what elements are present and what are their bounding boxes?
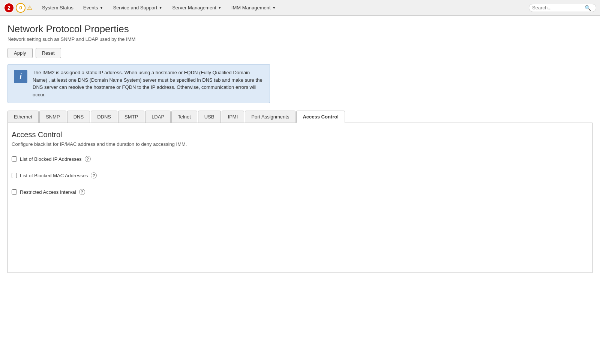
restricted-interval-checkbox[interactable] bbox=[12, 189, 17, 195]
tab-ipmi[interactable]: IPMI bbox=[222, 111, 244, 123]
restricted-interval-label: Restricted Access Interval bbox=[20, 189, 76, 195]
tab-snmp[interactable]: SNMP bbox=[39, 111, 66, 123]
info-icon: i bbox=[14, 70, 27, 83]
blocked-ip-checkbox[interactable] bbox=[12, 156, 17, 162]
tab-port-assignments[interactable]: Port Assignments bbox=[245, 111, 296, 123]
error-alert-icon[interactable]: 2 bbox=[4, 3, 14, 13]
restricted-interval-row: Restricted Access Interval ? bbox=[12, 189, 588, 195]
page-subtitle: Network setting such as SNMP and LDAP us… bbox=[8, 36, 592, 42]
info-text: The IMM2 is assigned a static IP address… bbox=[33, 69, 264, 98]
nav-events[interactable]: Events ▼ bbox=[80, 0, 107, 16]
tab-content-access-control: Access Control Configure blacklist for I… bbox=[8, 123, 592, 273]
service-arrow-icon: ▼ bbox=[159, 6, 162, 10]
warn-alert-icon[interactable]: 0 bbox=[16, 3, 26, 13]
server-arrow-icon: ▼ bbox=[218, 6, 222, 10]
blocked-ip-help-icon[interactable]: ? bbox=[85, 156, 91, 162]
nav-imm-management[interactable]: IMM Management ▼ bbox=[228, 0, 280, 16]
apply-button[interactable]: Apply bbox=[8, 48, 33, 58]
page-title: Network Protocol Properties bbox=[8, 23, 592, 35]
tab-ddns[interactable]: DDNS bbox=[91, 111, 117, 123]
action-buttons: Apply Reset bbox=[8, 48, 592, 58]
section-title: Access Control bbox=[12, 130, 588, 139]
blocked-ip-row: List of Blocked IP Addresses ? bbox=[12, 156, 588, 162]
nav-service-support[interactable]: Service and Support ▼ bbox=[109, 0, 166, 16]
search-input[interactable] bbox=[532, 5, 585, 10]
main-content: Network Protocol Properties Network sett… bbox=[0, 16, 600, 280]
blocked-mac-help-icon[interactable]: ? bbox=[91, 172, 97, 178]
blocked-mac-label: List of Blocked MAC Addresses bbox=[20, 173, 88, 178]
nav-system-status[interactable]: System Status bbox=[38, 0, 77, 16]
section-description: Configure blacklist for IP/MAC address a… bbox=[12, 141, 588, 147]
tab-dns[interactable]: DNS bbox=[67, 111, 90, 123]
tab-access-control[interactable]: Access Control bbox=[296, 111, 345, 123]
search-box: 🔍 bbox=[529, 4, 596, 12]
imm-arrow-icon: ▼ bbox=[272, 6, 276, 10]
blocked-mac-row: List of Blocked MAC Addresses ? bbox=[12, 172, 588, 178]
info-banner: i The IMM2 is assigned a static IP addre… bbox=[8, 64, 270, 103]
warn-triangle-icon: ⚠ bbox=[27, 4, 32, 11]
blocked-mac-checkbox[interactable] bbox=[12, 173, 17, 178]
restricted-interval-help-icon[interactable]: ? bbox=[79, 189, 85, 195]
warn-count: 0 bbox=[19, 5, 22, 10]
search-icon: 🔍 bbox=[585, 5, 591, 11]
blocked-ip-label: List of Blocked IP Addresses bbox=[20, 156, 82, 162]
events-arrow-icon: ▼ bbox=[100, 6, 104, 10]
alerts-container: 2 0 ⚠ bbox=[4, 3, 32, 13]
tab-ethernet[interactable]: Ethernet bbox=[8, 111, 39, 123]
nav-server-management[interactable]: Server Management ▼ bbox=[168, 0, 225, 16]
tab-telnet[interactable]: Telnet bbox=[171, 111, 197, 123]
tab-ldap[interactable]: LDAP bbox=[145, 111, 171, 123]
tab-smtp[interactable]: SMTP bbox=[118, 111, 144, 123]
tab-usb[interactable]: USB bbox=[198, 111, 221, 123]
navbar: 2 0 ⚠ System Status Events ▼ Service and… bbox=[0, 0, 600, 16]
reset-button[interactable]: Reset bbox=[36, 48, 61, 58]
tabs-container: Ethernet SNMP DNS DDNS SMTP LDAP Telnet … bbox=[8, 111, 592, 123]
